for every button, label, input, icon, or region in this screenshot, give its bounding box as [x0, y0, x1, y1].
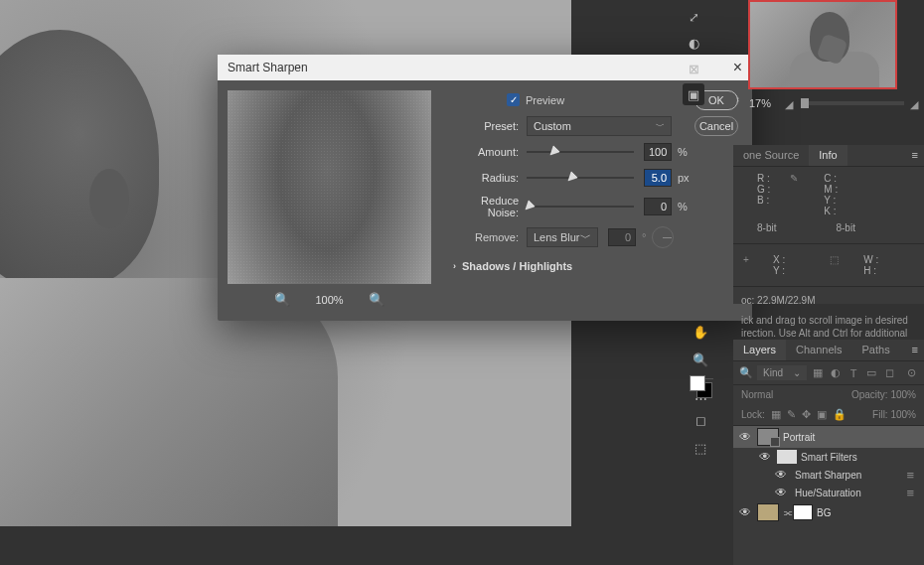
info-panel: one Source Info ≡ R : G : B : ✎ C : M : … — [733, 145, 924, 304]
noise-input[interactable] — [644, 198, 672, 215]
navigator-panel: 17% ◢ ◢ — [733, 0, 924, 117]
filter-shape-icon[interactable]: ▭ — [864, 366, 878, 380]
filter-search-icon[interactable]: 🔍 — [739, 366, 753, 379]
zoom-out-icon[interactable]: 🔍 — [274, 292, 290, 307]
filter-toggle-icon[interactable]: ⊙ — [904, 366, 918, 380]
tab-paths[interactable]: Paths — [852, 340, 900, 360]
preview-image[interactable] — [228, 90, 431, 284]
panel-menu-icon[interactable]: ≡ — [906, 145, 924, 166]
smart-filter-hue-saturation[interactable]: 👁 Hue/Saturation ≡ — [733, 484, 924, 501]
fill-value[interactable]: 100% — [890, 409, 916, 420]
layers-panel: Layers Channels Paths ≡ 🔍 Kind⌄ ▦ ◐ T ▭ … — [733, 340, 924, 565]
chevron-down-icon: ﹀ — [656, 120, 665, 133]
noise-slider[interactable] — [527, 206, 634, 208]
radius-input[interactable] — [644, 169, 672, 187]
screenmode-icon[interactable]: ⬚ — [690, 437, 711, 459]
cancel-button[interactable]: Cancel — [694, 116, 738, 136]
amount-input[interactable] — [644, 143, 672, 161]
preview-checkbox[interactable]: ✓ Preview — [507, 93, 564, 106]
filter-pixel-icon[interactable]: ▦ — [811, 366, 825, 380]
blend-mode-select[interactable]: Normal — [741, 389, 773, 400]
dialog-title: Smart Sharpen — [228, 55, 308, 80]
navigator-zoom-slider[interactable] — [801, 101, 904, 105]
amount-label: Amount: — [447, 146, 527, 158]
remove-label: Remove: — [447, 231, 527, 243]
preset-select[interactable]: Custom ﹀ — [527, 116, 672, 136]
check-icon: ✓ — [507, 93, 520, 106]
lock-transparency-icon[interactable]: ▦ — [771, 408, 781, 421]
visibility-icon[interactable]: 👁 — [773, 468, 789, 482]
visibility-icon[interactable]: 👁 — [773, 486, 789, 499]
link-icon[interactable]: ⫘ — [783, 507, 793, 518]
lock-image-icon[interactable]: ✎ — [787, 408, 796, 421]
tab-channels[interactable]: Channels — [786, 340, 851, 360]
eyedropper-icon: ✎ — [790, 173, 804, 216]
smart-filters-row[interactable]: 👁 Smart Filters — [733, 448, 924, 466]
lock-position-icon[interactable]: ✥ — [802, 408, 811, 421]
preset-label: Preset: — [447, 120, 527, 132]
visibility-icon[interactable]: 👁 — [737, 430, 753, 444]
chevron-right-icon: › — [453, 261, 456, 271]
tab-clone-source[interactable]: one Source — [733, 145, 809, 166]
zoom-in-icon[interactable]: 🔍 — [369, 292, 385, 307]
filter-type-icon[interactable]: T — [847, 366, 860, 380]
layer-row-portrait[interactable]: 👁 Portrait — [733, 426, 924, 448]
layer-mask-thumbnail[interactable] — [793, 504, 813, 520]
layer-thumbnail[interactable] — [757, 428, 779, 446]
chevron-down-icon: ﹀ — [580, 230, 591, 245]
visibility-icon[interactable]: 👁 — [757, 450, 773, 464]
zoom-tool-icon[interactable]: 🔍 — [690, 349, 711, 370]
eyedropper-tool-icon[interactable]: ◐ — [683, 32, 704, 54]
smart-filter-sharpen[interactable]: 👁 Smart Sharpen ≡ — [733, 466, 924, 484]
foreground-background-swatch[interactable] — [690, 375, 713, 399]
shadows-highlights-disclosure[interactable]: › Shadows / Highlights — [447, 260, 742, 272]
noise-label: Reduce Noise: — [447, 195, 527, 218]
filter-mask-thumbnail[interactable] — [777, 450, 797, 464]
navigator-zoom-value: 17% — [749, 97, 779, 109]
tab-layers[interactable]: Layers — [733, 340, 786, 360]
filter-kind-select[interactable]: Kind⌄ — [757, 365, 807, 380]
quickmask-icon[interactable]: ◻ — [690, 409, 711, 431]
crosshair-icon: + — [739, 254, 753, 276]
tab-info[interactable]: Info — [809, 145, 847, 166]
doc-size: oc: 22.9M/22.9M — [733, 291, 924, 310]
angle-input — [608, 228, 636, 246]
layer-row-bg[interactable]: 👁 ⫘ BG — [733, 501, 924, 523]
panel-menu-icon[interactable]: ≡ — [906, 340, 924, 360]
perspective-tool-icon[interactable]: ⊠ — [683, 58, 704, 79]
degree-label: ° — [642, 231, 646, 243]
layer-list: 👁 Portrait 👁 Smart Filters 👁 Smart Sharp… — [733, 426, 924, 523]
visibility-icon[interactable]: 👁 — [737, 505, 753, 519]
lock-all-icon[interactable]: 🔒 — [833, 408, 847, 421]
dimensions-icon: ⬚ — [830, 254, 844, 276]
zoom-level: 100% — [315, 294, 343, 306]
opacity-value[interactable]: 100% — [890, 389, 916, 400]
lock-artboard-icon[interactable]: ▣ — [817, 408, 827, 421]
layer-thumbnail[interactable] — [757, 503, 779, 521]
dialog-titlebar[interactable]: Smart Sharpen × — [218, 55, 752, 80]
hand-tool-icon[interactable]: ✋ — [690, 321, 711, 343]
filter-options-icon[interactable]: ≡ — [906, 486, 914, 500]
radius-label: Radius: — [447, 172, 527, 184]
remove-select[interactable]: Lens Blur ﹀ — [527, 227, 598, 247]
radius-slider[interactable] — [527, 177, 634, 179]
angle-dial — [652, 226, 674, 248]
zoom-in-triangle-icon[interactable]: ◢ — [910, 98, 920, 108]
zoom-out-triangle-icon[interactable]: ◢ — [785, 98, 795, 108]
navigator-thumbnail[interactable] — [748, 0, 897, 89]
filter-options-icon[interactable]: ≡ — [906, 468, 914, 483]
filter-adjustment-icon[interactable]: ◐ — [829, 366, 843, 380]
filter-smart-icon[interactable]: ◻ — [882, 366, 896, 380]
smart-sharpen-dialog: Smart Sharpen × 🔍 100% 🔍 ✓ Preview ⚙ Pre… — [218, 55, 752, 321]
artboard-tool-icon[interactable]: ▣ — [683, 83, 704, 105]
tool-strip: ⤢ ◐ ⊠ ▣ — [683, 0, 706, 105]
amount-slider[interactable] — [527, 151, 634, 153]
foreground-color-swatch[interactable] — [690, 375, 705, 391]
crop-tool-icon[interactable]: ⤢ — [683, 6, 704, 28]
